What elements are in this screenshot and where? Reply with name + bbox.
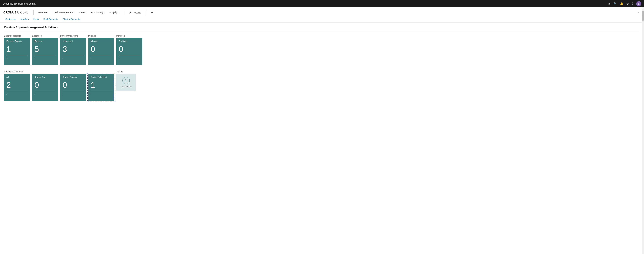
scrollbar-thumb[interactable]: [642, 11, 644, 21]
secondary-nav: CRONUS UK Ltd. Finance ▾ Cash Management…: [0, 8, 644, 16]
search-icon[interactable]: 🔍: [614, 2, 617, 6]
card-expense-reports[interactable]: Expense Reports 1 ›: [4, 38, 30, 65]
sub-nav: Customers Vendors Items Bank Accounts Ch…: [0, 16, 644, 23]
actions-label: Actions: [116, 70, 136, 73]
subnav-item-bank-accounts[interactable]: Bank Accounts: [41, 17, 60, 21]
card-title-expense-reports: Expense Reports: [6, 40, 28, 43]
card-arrow-per-diem[interactable]: ›: [119, 57, 140, 59]
card-title-bank-transactions: Unmatched: [62, 40, 84, 43]
nav-item-cash-management-label: Cash Management: [53, 11, 73, 14]
card-group-label-expenses: Expenses: [32, 35, 58, 37]
card-group-mileage: Mileage Mileage 0 ›: [88, 35, 114, 65]
scrollbar: ▲: [642, 8, 644, 104]
card-group-label-per-diem: Per Diem: [116, 35, 142, 37]
purchase-contracts-label: Purchase Contracts: [4, 70, 114, 73]
scrollbar-up[interactable]: ▲: [642, 8, 644, 10]
nav-item-sales[interactable]: Sales ▾: [77, 10, 88, 16]
nav-divider-3: [146, 10, 146, 15]
card-purchase-all[interactable]: All 2 ›: [4, 74, 30, 101]
card-review-due[interactable]: Review Due 0 ›: [32, 74, 58, 101]
card-title-review-submitted: Review Submitted: [90, 76, 112, 79]
top-bar: Dynamics 365 Business Central ⊞ 🔍 🔔 ⚙ ? …: [0, 0, 644, 8]
card-arrow-review-overdue[interactable]: ›: [62, 93, 84, 95]
section-title: Continia Expense Management Activities: [4, 26, 56, 29]
purchase-cards: All 2 › Review Due 0 › Review Overdue 0: [4, 74, 114, 101]
card-number-review-due: 0: [34, 81, 56, 90]
company-name: CRONUS UK Ltd.: [3, 11, 28, 14]
nav-item-finance-caret: ▾: [48, 12, 48, 13]
card-arrow-review-submitted[interactable]: ›: [90, 93, 112, 95]
card-arrow-purchase-all[interactable]: ›: [6, 93, 28, 95]
card-group-label-expense-reports: Expense Reports: [4, 35, 30, 37]
card-number-purchase-all: 2: [6, 81, 28, 90]
card-number-review-overdue: 0: [62, 81, 84, 90]
section-header: Continia Expense Management Activities ▾: [4, 26, 640, 29]
subnav-item-chart-of-accounts[interactable]: Chart of Accounts: [60, 17, 82, 21]
nav-hamburger[interactable]: ≡: [150, 10, 154, 16]
card-number-mileage: 0: [90, 45, 112, 54]
card-number-expense-reports: 1: [6, 45, 28, 54]
card-mileage[interactable]: Mileage 0 ›: [88, 38, 114, 65]
subnav-item-customers[interactable]: Customers: [3, 17, 18, 21]
action-synchronize[interactable]: ↻ Synchronize: [116, 74, 136, 91]
card-group-label-mileage: Mileage: [88, 35, 114, 37]
card-title-review-due: Review Due: [34, 76, 56, 79]
subnav-item-vendors[interactable]: Vendors: [19, 17, 31, 21]
nav-item-shopify[interactable]: Shopify ▾: [107, 10, 120, 16]
card-expenses[interactable]: Expenses 5 ›: [32, 38, 58, 65]
card-number-bank-transactions: 3: [62, 45, 84, 54]
card-title-review-overdue: Review Overdue: [62, 76, 84, 79]
action-synchronize-label: Synchronize: [120, 86, 132, 88]
help-icon[interactable]: ?: [632, 2, 633, 5]
synchronize-icon: ↻: [122, 77, 130, 84]
nav-item-finance-label: Finance: [38, 11, 47, 14]
subnav-item-items[interactable]: Items: [32, 17, 41, 21]
nav-item-cash-management-caret: ▾: [74, 12, 74, 13]
card-number-expenses: 5: [34, 45, 56, 54]
avatar[interactable]: E: [636, 1, 641, 6]
expense-cards-row: Expense Reports Expense Reports 1 › Expe…: [4, 35, 640, 65]
card-title-purchase-all: All: [6, 76, 28, 79]
nav-item-purchasing[interactable]: Purchasing ▾: [89, 10, 106, 16]
card-review-overdue[interactable]: Review Overdue 0 ›: [60, 74, 86, 101]
nav-item-purchasing-label: Purchasing: [91, 11, 103, 14]
nav-menu: Finance ▾ Cash Management ▾ Sales ▾ Purc…: [36, 10, 636, 16]
actions-group: Actions ↻ Synchronize: [116, 70, 136, 91]
card-arrow-mileage[interactable]: ›: [90, 57, 112, 59]
card-group-expenses: Expenses Expenses 5 ›: [32, 35, 58, 65]
card-arrow-expenses[interactable]: ›: [34, 57, 56, 59]
card-group-expense-reports: Expense Reports Expense Reports 1 ›: [4, 35, 30, 65]
card-per-diem[interactable]: Per Diem 0 ›: [116, 38, 142, 65]
app-title: Dynamics 365 Business Central: [3, 2, 36, 5]
nav-item-purchasing-caret: ▾: [104, 12, 104, 13]
card-title-expenses: Expenses: [34, 40, 56, 43]
expand-icon[interactable]: ⤢: [636, 10, 641, 16]
card-number-per-diem: 0: [119, 45, 140, 54]
purchase-row: Purchase Contracts All 2 › Review Due 0 …: [4, 70, 640, 101]
card-bank-transactions[interactable]: Unmatched 3 ›: [60, 38, 86, 65]
card-arrow-expense-reports[interactable]: ›: [6, 57, 28, 59]
grid-icon[interactable]: ⊞: [608, 2, 610, 6]
card-group-bank-transactions: Bank Transactions Unmatched 3 ›: [60, 35, 86, 65]
nav-item-finance[interactable]: Finance ▾: [36, 10, 50, 16]
card-review-submitted[interactable]: Review Submitted 1 ›: [88, 74, 114, 101]
nav-all-reports[interactable]: All Reports: [128, 10, 143, 15]
main-content: Continia Expense Management Activities ▾…: [0, 23, 644, 104]
nav-item-sales-caret: ▾: [86, 12, 86, 13]
card-group-label-bank-transactions: Bank Transactions: [60, 35, 86, 37]
nav-item-shopify-label: Shopify: [109, 11, 117, 14]
card-arrow-review-due[interactable]: ›: [34, 93, 56, 95]
nav-item-sales-label: Sales: [79, 11, 85, 14]
section-caret[interactable]: ▾: [57, 26, 58, 29]
purchase-contracts-group: Purchase Contracts All 2 › Review Due 0 …: [4, 70, 114, 101]
card-group-per-diem: Per Diem Per Diem 0 ›: [116, 35, 142, 65]
top-bar-icons: ⊞ 🔍 🔔 ⚙ ? E: [608, 1, 641, 6]
card-title-per-diem: Per Diem: [119, 40, 140, 43]
card-arrow-bank-transactions[interactable]: ›: [62, 57, 84, 59]
bell-icon[interactable]: 🔔: [620, 2, 623, 6]
card-number-review-submitted: 1: [90, 81, 112, 90]
nav-item-cash-management[interactable]: Cash Management ▾: [51, 10, 76, 16]
settings-icon[interactable]: ⚙: [626, 2, 629, 6]
card-title-mileage: Mileage: [90, 40, 112, 43]
nav-item-shopify-caret: ▾: [118, 12, 118, 13]
